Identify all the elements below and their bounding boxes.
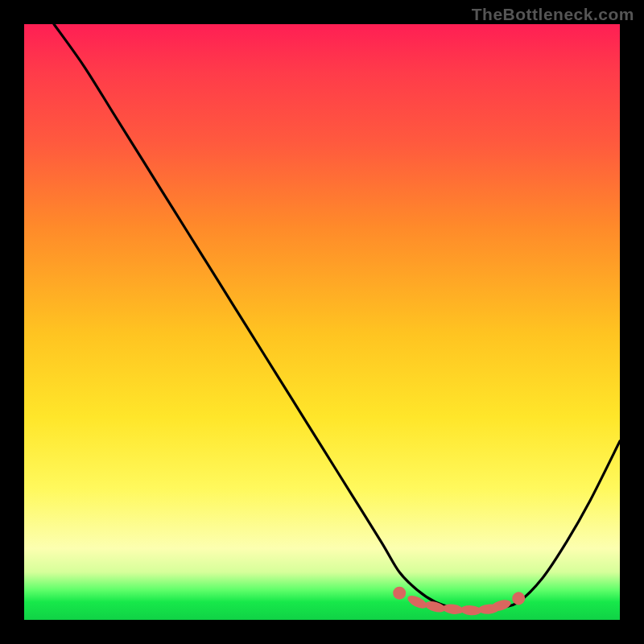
gradient-background [24,24,620,620]
chart-frame: TheBottleneck.com [0,0,644,644]
watermark-text: TheBottleneck.com [472,5,634,24]
